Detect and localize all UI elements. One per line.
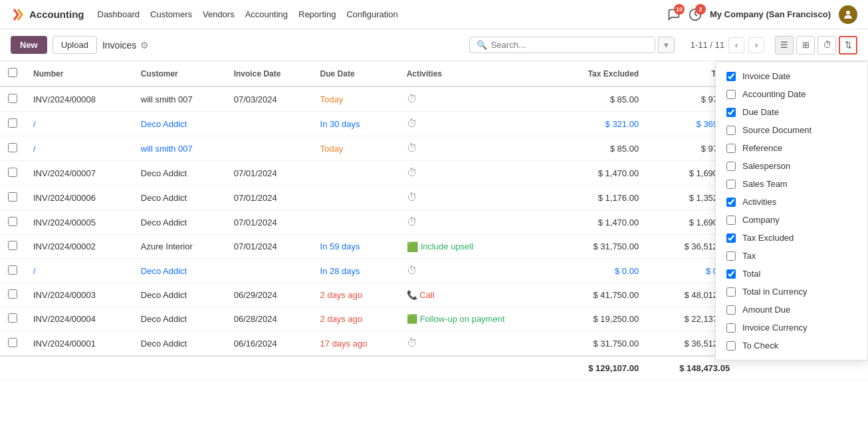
row-checkbox-2[interactable] <box>8 143 17 152</box>
col-header-tax-excluded[interactable]: Tax Excluded <box>555 61 647 86</box>
panel-checkbox-11[interactable] <box>726 269 736 279</box>
cell-activities-6[interactable]: 🟩 Include upsell <box>399 235 556 259</box>
panel-checkbox-3[interactable] <box>726 126 736 135</box>
row-checkbox-7[interactable] <box>8 265 17 275</box>
panel-checkbox-13[interactable] <box>726 305 736 315</box>
new-button[interactable]: New <box>11 36 47 54</box>
followup-activity-icon[interactable]: 🟩 Follow-up on payment <box>407 314 548 324</box>
cell-number-3[interactable]: INV/2024/00007 <box>25 161 133 186</box>
cell-customer-9[interactable]: Deco Addict <box>133 307 226 331</box>
cell-customer-1[interactable]: Deco Addict <box>133 112 226 136</box>
cell-activities-3[interactable]: ⏱ <box>399 161 556 186</box>
cell-number-7[interactable]: / <box>25 259 133 283</box>
call-activity-icon[interactable]: 📞 Call <box>407 290 548 300</box>
cell-number-1[interactable]: / <box>25 112 133 136</box>
row-checkbox-0[interactable] <box>8 94 17 103</box>
col-header-number[interactable]: Number <box>25 61 133 86</box>
panel-checkbox-9[interactable] <box>726 233 736 243</box>
panel-item-15[interactable]: To Check <box>716 337 867 355</box>
pager-next[interactable]: › <box>748 37 764 53</box>
panel-item-1[interactable]: Accounting Date <box>716 85 867 103</box>
col-header-due-date[interactable]: Due Date <box>312 61 399 86</box>
cell-activities-4[interactable]: ⏱ <box>399 186 556 210</box>
cell-number-6[interactable]: INV/2024/00002 <box>25 235 133 259</box>
nav-customers[interactable]: Customers <box>150 9 192 19</box>
col-header-invoice-date[interactable]: Invoice Date <box>226 61 312 86</box>
kanban-view-btn[interactable]: ⊞ <box>796 36 815 55</box>
panel-item-2[interactable]: Due Date <box>716 103 867 121</box>
cell-customer-4[interactable]: Deco Addict <box>133 186 226 210</box>
cell-number-10[interactable]: INV/2024/00001 <box>25 331 133 357</box>
panel-item-5[interactable]: Salesperson <box>716 157 867 175</box>
panel-checkbox-8[interactable] <box>726 216 736 225</box>
cell-activities-5[interactable]: ⏱ <box>399 210 556 235</box>
cell-activities-1[interactable]: ⏱ <box>399 112 556 136</box>
cell-customer-2[interactable]: will smith 007 <box>133 136 226 161</box>
panel-checkbox-14[interactable] <box>726 323 736 333</box>
cell-number-4[interactable]: INV/2024/00006 <box>25 186 133 210</box>
column-filter-btn[interactable]: ⇅ <box>839 36 857 55</box>
panel-checkbox-5[interactable] <box>726 162 736 171</box>
panel-item-11[interactable]: Total <box>716 265 867 283</box>
cell-number-2[interactable]: / <box>25 136 133 161</box>
row-checkbox-4[interactable] <box>8 192 17 202</box>
nav-vendors[interactable]: Vendors <box>203 9 235 19</box>
nav-dashboard[interactable]: Dashboard <box>98 9 140 19</box>
upload-button[interactable]: Upload <box>53 36 97 54</box>
clock-activity-icon[interactable]: ⏱ <box>407 216 417 227</box>
cell-activities-9[interactable]: 🟩 Follow-up on payment <box>399 307 556 331</box>
clock-activity-icon[interactable]: ⏱ <box>407 167 417 178</box>
cell-customer-3[interactable]: Deco Addict <box>133 161 226 186</box>
panel-item-13[interactable]: Amount Due <box>716 301 867 319</box>
nav-accounting[interactable]: Accounting <box>245 9 288 19</box>
row-checkbox-5[interactable] <box>8 217 17 226</box>
col-header-customer[interactable]: Customer <box>133 61 226 86</box>
panel-checkbox-4[interactable] <box>726 144 736 153</box>
search-input[interactable] <box>491 40 648 50</box>
row-checkbox-10[interactable] <box>8 338 17 347</box>
nav-configuration[interactable]: Configuration <box>346 9 397 19</box>
notifications-badge[interactable]: 10 <box>667 8 681 21</box>
panel-item-0[interactable]: Invoice Date <box>716 67 867 85</box>
pager-prev[interactable]: ‹ <box>728 37 744 53</box>
row-checkbox-3[interactable] <box>8 168 17 177</box>
clock-activity-icon[interactable]: ⏱ <box>407 93 417 104</box>
panel-item-10[interactable]: Tax <box>716 247 867 265</box>
cell-activities-8[interactable]: 📞 Call <box>399 283 556 307</box>
cell-number-0[interactable]: INV/2024/00008 <box>25 86 133 112</box>
settings-gear-icon[interactable]: ⚙ <box>140 40 149 51</box>
cell-customer-6[interactable]: Azure Interior <box>133 235 226 259</box>
cell-activities-7[interactable]: ⏱ <box>399 259 556 283</box>
panel-checkbox-6[interactable] <box>726 180 736 189</box>
clock-activity-icon[interactable]: ⏱ <box>407 118 417 129</box>
clock-view-btn[interactable]: ⏱ <box>817 36 836 55</box>
clock-activity-icon[interactable]: ⏱ <box>407 337 417 349</box>
clock-activity-icon[interactable]: ⏱ <box>407 192 417 203</box>
panel-item-3[interactable]: Source Document <box>716 121 867 139</box>
select-all-checkbox[interactable] <box>8 68 17 77</box>
cell-customer-8[interactable]: Deco Addict <box>133 283 226 307</box>
clock-activity-icon[interactable]: ⏱ <box>407 142 417 154</box>
panel-item-4[interactable]: Reference <box>716 139 867 157</box>
cell-customer-5[interactable]: Deco Addict <box>133 210 226 235</box>
nav-reporting[interactable]: Reporting <box>298 9 336 19</box>
cell-customer-0[interactable]: will smith 007 <box>133 86 226 112</box>
cell-number-9[interactable]: INV/2024/00004 <box>25 307 133 331</box>
search-dropdown-btn[interactable]: ▾ <box>658 37 675 53</box>
row-checkbox-9[interactable] <box>8 313 17 323</box>
panel-item-7[interactable]: Activities <box>716 193 867 211</box>
panel-checkbox-10[interactable] <box>726 251 736 261</box>
col-header-activities[interactable]: Activities <box>399 61 556 86</box>
cell-number-8[interactable]: INV/2024/00003 <box>25 283 133 307</box>
cell-activities-10[interactable]: ⏱ <box>399 331 556 357</box>
cell-number-5[interactable]: INV/2024/00005 <box>25 210 133 235</box>
panel-item-12[interactable]: Total in Currency <box>716 283 867 301</box>
cell-customer-7[interactable]: Deco Addict <box>133 259 226 283</box>
panel-checkbox-12[interactable] <box>726 287 736 297</box>
upsell-activity-icon[interactable]: 🟩 Include upsell <box>407 241 548 252</box>
panel-checkbox-0[interactable] <box>726 72 736 81</box>
cell-customer-10[interactable]: Deco Addict <box>133 331 226 357</box>
panel-item-14[interactable]: Invoice Currency <box>716 319 867 337</box>
panel-checkbox-15[interactable] <box>726 341 736 351</box>
row-checkbox-1[interactable] <box>8 118 17 128</box>
